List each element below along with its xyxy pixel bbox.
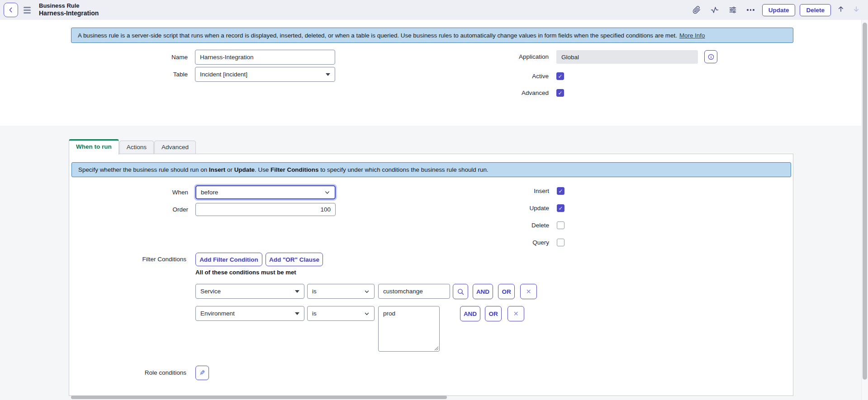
tab-bar: When to run Actions Advanced <box>69 139 196 154</box>
when-select-value: before <box>201 189 324 196</box>
activity-pulse-icon <box>711 6 719 14</box>
application-label: Application <box>488 50 553 64</box>
next-record-button[interactable] <box>851 5 862 15</box>
condition1-field-value: Service <box>200 288 295 295</box>
add-filter-condition-button[interactable]: Add Filter Condition <box>195 253 262 266</box>
tab-advanced[interactable]: Advanced <box>154 141 196 154</box>
context-menu-icon[interactable] <box>24 7 31 14</box>
delete-label: Delete <box>488 221 553 230</box>
order-input[interactable] <box>195 203 336 216</box>
when-to-run-info-banner: Specify whether the business rule should… <box>71 162 791 177</box>
form-header: Business Rule Harness-Integration <box>0 0 868 20</box>
insert-checkbox[interactable] <box>557 187 564 195</box>
table-select[interactable]: Incident [incident] <box>195 67 335 82</box>
activity-stream-button[interactable] <box>708 3 721 17</box>
vertical-scrollbar-thumb[interactable] <box>863 23 867 380</box>
condition2-or-button[interactable]: OR <box>485 306 502 321</box>
insert-label: Insert <box>488 187 553 195</box>
update-button[interactable]: Update <box>762 4 796 16</box>
conditions-summary-text: All of these conditions must be met <box>195 269 296 276</box>
condition1-operator-value: is <box>312 288 364 295</box>
triangle-down-icon <box>295 312 299 315</box>
chevron-down-icon <box>364 289 370 294</box>
delete-button[interactable]: Delete <box>800 4 831 16</box>
advanced-checkbox[interactable] <box>556 89 564 97</box>
application-readonly-field: Global <box>556 50 698 64</box>
condition2-field-value: Environment <box>200 310 295 317</box>
condition1-value-input[interactable] <box>378 284 450 299</box>
resize-grip-icon[interactable] <box>434 346 439 351</box>
chevron-down-icon <box>364 311 370 316</box>
chevron-left-icon <box>7 6 14 14</box>
table-select-value: Incident [incident] <box>200 71 326 78</box>
when-banner-text: Specify whether the business rule should… <box>78 166 489 173</box>
when-to-run-panel: Specify whether the business rule should… <box>69 154 793 396</box>
condition2-field-select[interactable]: Environment <box>195 306 304 321</box>
form-body: A business rule is a server-side script … <box>0 20 868 126</box>
vertical-scrollbar-track[interactable] <box>861 20 868 400</box>
attachment-button[interactable] <box>690 3 703 17</box>
horizontal-scrollbar-thumb[interactable] <box>71 395 447 399</box>
table-label: Table <box>69 67 192 82</box>
condition2-and-button[interactable]: AND <box>460 306 480 321</box>
record-title: Business Rule Harness-Integration <box>39 3 99 17</box>
condition1-and-button[interactable]: AND <box>473 284 493 299</box>
sliders-icon <box>729 6 737 14</box>
pencil-icon: ✎ <box>199 369 205 377</box>
filter-conditions-label: Filter Conditions <box>69 253 190 266</box>
business-rule-info-banner: A business rule is a server-side script … <box>71 28 793 43</box>
edit-role-conditions-button[interactable]: ✎ <box>195 366 209 380</box>
query-option-row: Query <box>69 239 77 247</box>
condition2-remove-button[interactable]: ✕ <box>508 306 524 321</box>
condition2-value-textarea[interactable]: prod <box>378 306 440 352</box>
personalize-form-button[interactable] <box>726 3 740 17</box>
condition1-lookup-button[interactable] <box>453 284 468 299</box>
advanced-label: Advanced <box>488 89 553 97</box>
add-or-clause-button[interactable]: Add "OR" Clause <box>266 253 323 266</box>
query-checkbox[interactable] <box>557 239 564 246</box>
update-label: Update <box>488 204 553 212</box>
chevron-down-icon <box>324 189 330 195</box>
delete-checkbox[interactable] <box>557 221 564 229</box>
advanced-field-row: Advanced <box>0 89 8 97</box>
update-option-row: Update <box>69 204 77 212</box>
back-button[interactable] <box>4 3 18 17</box>
condition2-operator-value: is <box>312 310 364 317</box>
active-label: Active <box>488 72 553 80</box>
condition1-operator-select[interactable]: is <box>307 284 375 299</box>
tab-actions[interactable]: Actions <box>119 141 154 154</box>
name-label: Name <box>69 50 192 65</box>
tab-when-to-run[interactable]: When to run <box>69 139 119 155</box>
active-checkbox[interactable] <box>556 72 564 80</box>
role-conditions-label: Role conditions <box>69 366 190 380</box>
name-input[interactable] <box>195 50 335 65</box>
active-field-row: Active <box>0 72 8 80</box>
paperclip-icon <box>693 6 701 14</box>
info-circle-icon <box>707 53 715 61</box>
condition1-or-button[interactable]: OR <box>498 284 515 299</box>
record-name-title: Harness-Integration <box>39 9 99 17</box>
close-icon: ✕ <box>513 310 519 317</box>
ellipsis-icon <box>747 9 754 11</box>
update-checkbox[interactable] <box>557 204 564 212</box>
order-label: Order <box>69 203 192 216</box>
arrow-down-icon <box>853 5 860 13</box>
triangle-down-icon <box>295 290 299 293</box>
triangle-down-icon <box>326 73 330 76</box>
when-label: When <box>69 185 192 200</box>
delete-option-row: Delete <box>69 221 77 230</box>
query-label: Query <box>488 239 553 247</box>
search-icon <box>457 288 465 296</box>
close-icon: ✕ <box>526 288 531 295</box>
condition2-operator-select[interactable]: is <box>307 306 375 321</box>
related-sections: When to run Actions Advanced Specify whe… <box>0 126 868 400</box>
when-select[interactable]: before <box>195 185 336 199</box>
application-info-button[interactable] <box>704 50 717 63</box>
info-banner-text: A business rule is a server-side script … <box>78 32 677 39</box>
condition1-remove-button[interactable]: ✕ <box>520 284 537 299</box>
more-options-button[interactable] <box>744 3 758 17</box>
condition2-value-wrapper: prod <box>378 306 440 352</box>
condition1-field-select[interactable]: Service <box>195 284 304 299</box>
more-info-link[interactable]: More Info <box>679 32 705 39</box>
previous-record-button[interactable] <box>835 5 846 15</box>
